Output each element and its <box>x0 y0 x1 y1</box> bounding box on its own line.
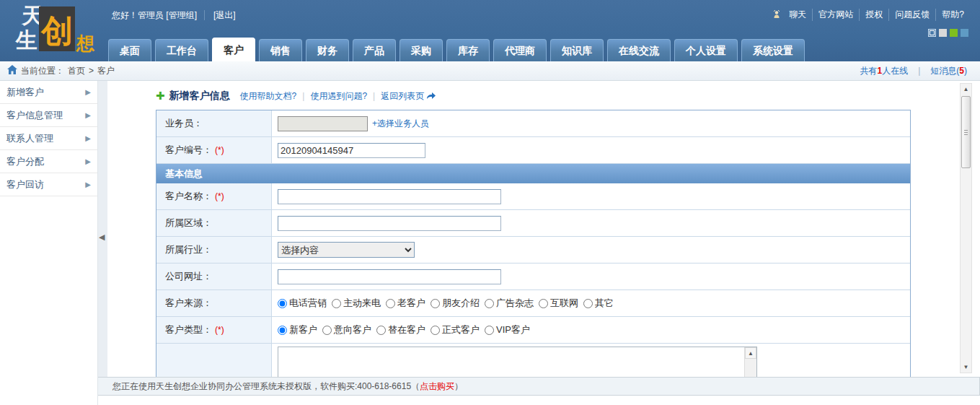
header-top-links: 聊天 官方网站 授权 问题反馈 帮助? <box>772 9 970 21</box>
radio-source-friend-referral[interactable]: 朋友介绍 <box>431 297 480 310</box>
main-column: ◀ ✚ 新增客户信息 使用帮助文档? | 使用遇到问题? | 返回列表页 <box>98 81 980 405</box>
radio-type-new-customer[interactable]: 新客户 <box>278 323 317 336</box>
radio-source-ad-magazine[interactable]: 广告杂志 <box>485 297 534 310</box>
problem-link[interactable]: 使用遇到问题? <box>310 90 367 103</box>
textarea-scrollbar[interactable]: ▲ <box>744 347 756 377</box>
sidebar-item-customer-callback[interactable]: 客户回访 ▶ <box>0 173 97 196</box>
customer-name-input[interactable] <box>278 189 501 204</box>
form-title-row: ✚ 新增客户信息 使用帮助文档? | 使用遇到问题? | 返回列表页 <box>156 90 980 103</box>
form-row-remark: ▲ <box>156 344 910 377</box>
sidebar-item-contact-mgmt[interactable]: 联系人管理 ▶ <box>0 127 97 150</box>
radio-source-other[interactable]: 其它 <box>583 297 614 310</box>
theme-swatch-gray[interactable] <box>939 29 947 37</box>
sidebar: 新增客户 ▶ 客户信息管理 ▶ 联系人管理 ▶ 客户分配 ▶ 客户回访 ▶ <box>0 81 98 405</box>
customer-form: 业务员： +选择业务人员 客户编号： (*) <box>156 110 911 377</box>
divider: | <box>918 66 920 76</box>
scrollbar-thumb[interactable] <box>961 96 971 168</box>
theme-swatch-blue-selected[interactable] <box>928 29 936 37</box>
top-link-license[interactable]: 授权 <box>859 9 888 21</box>
curved-arrow-icon <box>426 92 436 103</box>
message-count: 5 <box>959 66 964 76</box>
field-label: 客户来源： <box>156 290 272 316</box>
main-nav-tabs: 桌面 工作台 客户 销售 财务 产品 采购 库存 代理商 知识库 在线交流 个人… <box>108 38 805 61</box>
tab-desktop[interactable]: 桌面 <box>108 39 151 61</box>
tab-product[interactable]: 产品 <box>353 39 396 61</box>
tab-workbench[interactable]: 工作台 <box>155 39 208 61</box>
top-link-help[interactable]: 帮助? <box>935 9 970 21</box>
breadcrumb-current[interactable]: 客户 <box>97 65 115 77</box>
top-link-chat[interactable]: 聊天 <box>783 9 812 21</box>
radio-source-internet[interactable]: 互联网 <box>539 297 578 310</box>
breadcrumb-bar: 当前位置： 首页 > 客户 共有1人在线 | 短消息(5) <box>0 61 980 81</box>
region-input[interactable] <box>278 216 501 231</box>
form-row-customer-source: 客户来源： 电话营销 主动来电 老客户 <box>156 290 910 317</box>
radio-type-formal-customer[interactable]: 正式客户 <box>431 323 480 336</box>
top-link-feedback[interactable]: 问题反馈 <box>888 9 935 21</box>
app-header: 天 生 创 想 您好！管理员 [管理组][退出] 聊天 官方网站 授权 问题反馈… <box>0 0 980 61</box>
sidebar-item-add-customer[interactable]: 新增客户 ▶ <box>0 81 97 104</box>
industry-select[interactable]: 选择内容 <box>278 242 415 258</box>
radio-source-phone-marketing[interactable]: 电话营销 <box>278 297 327 310</box>
help-doc-link[interactable]: 使用帮助文档? <box>240 90 297 103</box>
field-label: 所属区域： <box>156 210 272 236</box>
app-logo: 天 生 创 想 <box>0 0 108 61</box>
chevron-right-icon: ▶ <box>85 127 91 150</box>
field-label: 客户类型： (*) <box>156 317 272 343</box>
sidebar-item-customer-assign[interactable]: 客户分配 ▶ <box>0 150 97 173</box>
form-row-region: 所属区域： <box>156 210 910 237</box>
radio-type-potential-customer[interactable]: 替在客户 <box>376 323 425 336</box>
chevron-right-icon: ▶ <box>85 104 91 127</box>
required-mark: (*) <box>215 191 224 201</box>
tab-customer[interactable]: 客户 <box>212 38 255 61</box>
tab-finance[interactable]: 财务 <box>306 39 349 61</box>
scroll-down-icon[interactable]: ▼ <box>961 362 971 373</box>
required-mark: (*) <box>215 145 224 155</box>
theme-swatch-green[interactable] <box>950 29 958 37</box>
tab-online-chat[interactable]: 在线交流 <box>607 39 671 61</box>
short-message-link[interactable]: 短消息(5) <box>930 65 967 77</box>
select-salesman-link[interactable]: +选择业务人员 <box>372 118 429 130</box>
radio-source-inbound-call[interactable]: 主动来电 <box>332 297 381 310</box>
tab-knowledge[interactable]: 知识库 <box>550 39 604 61</box>
customer-source-radios: 电话营销 主动来电 老客户 朋友介绍 <box>272 290 910 316</box>
top-link-official-site[interactable]: 官方网站 <box>812 9 859 21</box>
radio-type-vip-customer[interactable]: VIP客户 <box>485 323 530 336</box>
customer-no-input[interactable] <box>278 143 425 158</box>
radio-type-intent-customer[interactable]: 意向客户 <box>322 323 371 336</box>
website-input[interactable] <box>278 269 501 284</box>
remark-textarea[interactable]: ▲ <box>278 347 757 377</box>
sidebar-collapse-icon[interactable]: ◀ <box>99 232 105 242</box>
logout-link[interactable]: [退出] <box>204 10 236 20</box>
buy-now-link[interactable]: 点击购买 <box>420 380 454 393</box>
back-to-list-link[interactable]: 返回列表页 <box>381 90 436 103</box>
sidebar-item-customer-info-mgmt[interactable]: 客户信息管理 ▶ <box>0 104 97 127</box>
tab-agent[interactable]: 代理商 <box>493 39 547 61</box>
scroll-up-icon[interactable]: ▲ <box>745 347 756 359</box>
breadcrumb-home[interactable]: 首页 <box>68 65 85 77</box>
theme-swatch-lightblue[interactable] <box>961 29 968 37</box>
salesman-input[interactable] <box>278 116 368 131</box>
breadcrumb: 当前位置： 首页 > 客户 <box>7 65 115 77</box>
tab-inventory[interactable]: 库存 <box>446 39 490 61</box>
chevron-right-icon: ▶ <box>85 81 91 104</box>
form-row-salesman: 业务员： +选择业务人员 <box>156 110 910 137</box>
scroll-up-icon[interactable]: ▲ <box>961 84 971 95</box>
add-plus-icon: ✚ <box>156 90 165 103</box>
field-label: 客户名称： (*) <box>156 183 272 209</box>
theme-swatches <box>928 29 968 37</box>
content-area: 新增客户 ▶ 客户信息管理 ▶ 联系人管理 ▶ 客户分配 ▶ 客户回访 ▶ ◀ <box>0 81 980 405</box>
sidebar-gutter: ◀ <box>98 81 107 377</box>
logo-char: 想 <box>76 32 94 56</box>
form-row-website: 公司网址： <box>156 264 910 290</box>
online-count-link[interactable]: 共有1人在线 <box>860 65 909 77</box>
tab-sales[interactable]: 销售 <box>259 39 302 61</box>
divider: | <box>373 91 375 101</box>
license-text-end: ） <box>454 380 463 393</box>
tab-personal-settings[interactable]: 个人设置 <box>674 39 738 61</box>
radio-source-old-customer[interactable]: 老客户 <box>386 297 425 310</box>
page-title: 新增客户信息 <box>169 90 230 103</box>
tab-system-settings[interactable]: 系统设置 <box>741 39 805 61</box>
tab-purchase[interactable]: 采购 <box>399 39 443 61</box>
main-scrollbar[interactable]: ▲ ▼ <box>960 83 972 373</box>
logo-char: 生 <box>16 26 37 56</box>
